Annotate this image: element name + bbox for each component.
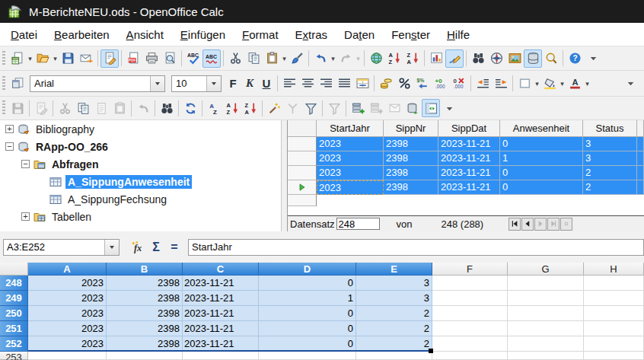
sheet-cell[interactable]	[356, 352, 432, 360]
data-cell[interactable]: 2023	[317, 180, 384, 195]
sheet-cell[interactable]	[508, 336, 584, 352]
sheet-cell[interactable]	[107, 352, 183, 360]
sheet-cell[interactable]	[508, 352, 584, 360]
add-decimal-place-button[interactable]: +0.000	[432, 75, 450, 93]
data-sources-button[interactable]	[524, 49, 542, 68]
tree-item-bibliography[interactable]: +Bibliography	[0, 120, 281, 138]
data-cell[interactable]: 2023	[317, 151, 384, 166]
borders-button[interactable]	[515, 75, 534, 93]
sheet-cell[interactable]: 2023-11-21	[183, 291, 259, 306]
sheet-cell[interactable]	[432, 352, 508, 360]
collapse-icon[interactable]: −	[5, 142, 14, 151]
gallery-button[interactable]	[505, 49, 524, 68]
navigator-button[interactable]	[487, 49, 505, 68]
row-selector[interactable]	[288, 195, 317, 206]
data-cell[interactable]: 2023-11-21	[438, 180, 500, 195]
autofilter-button[interactable]	[265, 99, 283, 117]
menu-daten[interactable]: Daten	[336, 23, 383, 46]
sheet-cell[interactable]	[432, 336, 508, 352]
menu-bearbeiten[interactable]: Bearbeiten	[46, 23, 118, 46]
sheet-column-header-d[interactable]: D	[259, 263, 356, 276]
sheet-row-header-249[interactable]: 249	[0, 291, 28, 306]
find-record-button[interactable]	[158, 99, 176, 117]
data-cell[interactable]: 2	[583, 166, 637, 180]
column-header-status[interactable]: Status	[583, 120, 637, 137]
sheet-column-header-a[interactable]: A	[28, 263, 107, 276]
row-selector[interactable]	[288, 151, 317, 166]
sheet-cell[interactable]	[183, 352, 259, 360]
function-equals-button[interactable]: =	[165, 238, 183, 256]
number-format-percent-button[interactable]	[395, 75, 413, 93]
menu-einf-gen[interactable]: Einfügen	[172, 23, 234, 46]
data-cell[interactable]: 2398	[384, 166, 438, 180]
column-header-sippnr[interactable]: SippNr	[384, 120, 438, 137]
increase-indent-button[interactable]	[492, 75, 510, 93]
mail-merge-button[interactable]	[385, 99, 403, 117]
align-justified-button[interactable]	[335, 75, 353, 93]
menu-extras[interactable]: Extras	[287, 23, 336, 46]
sheet-column-header-g[interactable]: G	[508, 263, 584, 276]
borders-button-dropdown[interactable]: ▾	[534, 80, 540, 88]
sheet-column-header-f[interactable]: F	[432, 263, 508, 276]
sheet-cell[interactable]	[28, 352, 107, 360]
cut-button[interactable]	[226, 49, 244, 68]
sheet-cell[interactable]	[432, 321, 508, 336]
data-cell[interactable]: 2023-11-21	[438, 151, 500, 166]
save-record-button[interactable]	[8, 99, 27, 117]
data-cell[interactable]: 2023-11-21	[438, 166, 500, 180]
sheet-cell[interactable]	[259, 352, 356, 360]
sheet-cell[interactable]: 2398	[107, 321, 183, 336]
sheet-cell[interactable]: 2	[356, 306, 432, 321]
edit-data-button[interactable]	[32, 99, 50, 117]
number-format-standard-button[interactable]: $%	[413, 75, 432, 93]
sheet-cell[interactable]: 2	[356, 336, 432, 352]
sheet-cell[interactable]	[584, 336, 644, 352]
export-pdf-button[interactable]: PDF	[124, 49, 142, 68]
hyperlink-button[interactable]	[367, 49, 385, 68]
sheet-column-header-e[interactable]: E	[356, 263, 432, 276]
data-cell[interactable]: 3	[583, 151, 637, 166]
underline-button[interactable]: U	[258, 75, 275, 93]
align-left-button[interactable]	[280, 75, 298, 93]
tree-item-a-sippunganwesenheit[interactable]: A_SippungAnwesenheit	[0, 173, 281, 190]
remove-filter-button[interactable]	[325, 99, 343, 117]
row-selector[interactable]	[288, 180, 317, 195]
column-header-anwesenheit[interactable]: Anwesenheit	[500, 120, 583, 137]
collapse-icon[interactable]: −	[21, 160, 30, 168]
standard-toolbar-overflow-button[interactable]	[584, 49, 602, 68]
name-box[interactable]	[3, 239, 120, 256]
find-replace-button[interactable]	[469, 49, 487, 68]
tree-item-a-sippungfechsung[interactable]: A_SippungFechsung	[0, 190, 281, 208]
data-cell[interactable]: 0	[500, 137, 583, 151]
menu-hilfe[interactable]: Hilfe	[438, 23, 478, 46]
sort-ascending-data-button[interactable]: AZ	[223, 99, 241, 117]
sheet-column-header-b[interactable]: B	[107, 263, 183, 276]
data-cell[interactable]: 2023	[317, 166, 384, 180]
column-header-startjahr[interactable]: StartJahr	[317, 120, 384, 137]
sheet-cell[interactable]: 2398	[107, 306, 183, 321]
data-to-fields-button[interactable]	[367, 99, 385, 117]
decrease-indent-button[interactable]	[473, 75, 492, 93]
sort-descending-button[interactable]: ZA	[403, 49, 422, 68]
selection-fill-handle[interactable]	[429, 349, 433, 353]
undo-button-dropdown[interactable]: ▾	[330, 55, 336, 62]
undo-data-entry-button[interactable]	[134, 99, 152, 117]
sheet-cell[interactable]	[508, 276, 584, 291]
data-cell[interactable]: 2023	[317, 137, 384, 151]
sheet-cell[interactable]: 2023-11-21	[183, 276, 259, 291]
sheet-cell[interactable]	[508, 291, 584, 306]
font-size-combo[interactable]: 10	[171, 75, 222, 92]
format-paintbrush-button[interactable]	[288, 49, 306, 68]
sheet-column-header-c[interactable]: C	[183, 263, 259, 276]
function-wizard-button[interactable]: fx	[129, 238, 147, 256]
help-button[interactable]: ?	[566, 49, 584, 68]
sheet-column-header-h[interactable]: H	[584, 263, 644, 276]
toolbar-grip[interactable]	[2, 100, 5, 116]
formatting-toolbar-overflow-button[interactable]	[621, 75, 639, 93]
data-cell[interactable]: 2398	[384, 151, 438, 166]
previous-record-button[interactable]	[521, 218, 534, 231]
sum-button[interactable]: Σ	[147, 238, 165, 256]
sheet-cell[interactable]	[584, 352, 644, 360]
number-format-currency-button[interactable]	[377, 75, 395, 93]
sheet-row-header-250[interactable]: 250	[0, 306, 28, 321]
